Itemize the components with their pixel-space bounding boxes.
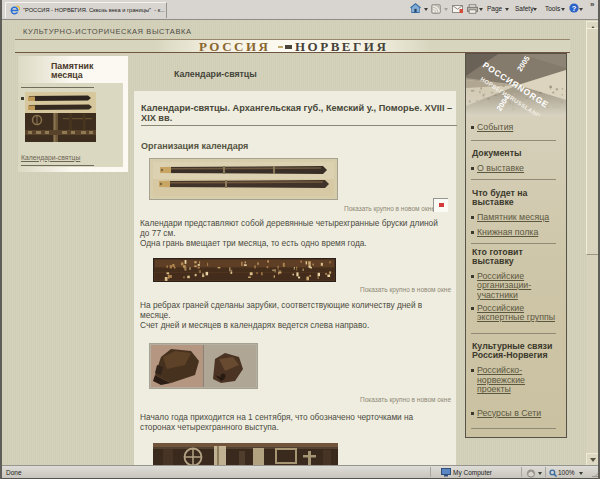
- svg-text:?: ?: [572, 4, 577, 13]
